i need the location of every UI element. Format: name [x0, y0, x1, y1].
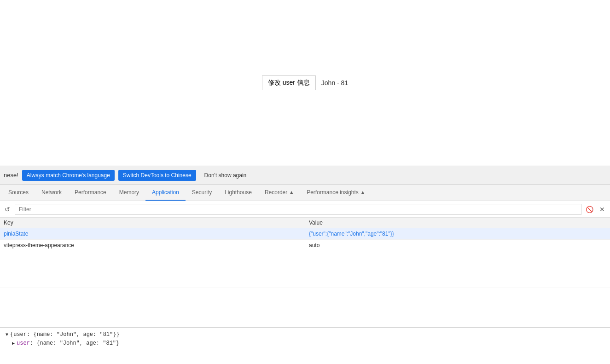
storage-table: Key Value piniaState {"user":{"name":"Jo…	[0, 218, 610, 288]
bottom-tree-panel: ▼ {user: {name: "John", age: "81"}} ▶ us…	[0, 327, 610, 364]
storage-table-container: Key Value piniaState {"user":{"name":"Jo…	[0, 218, 610, 327]
col-header-key: Key	[0, 218, 305, 228]
tab-recorder[interactable]: Recorder ▲	[258, 185, 300, 201]
row-key: piniaState	[0, 228, 305, 240]
recorder-icon: ▲	[289, 190, 294, 195]
tree-child-value: : {name: "John", age: "81"}	[30, 339, 119, 348]
table-header: Key Value	[0, 218, 610, 228]
table-row[interactable]: piniaState {"user":{"name":"John","age":…	[0, 228, 610, 240]
row-value: auto	[305, 240, 610, 251]
tab-performance[interactable]: Performance	[68, 185, 113, 201]
dont-show-again-button[interactable]: Don't show again	[200, 170, 251, 181]
row-key: vitepress-theme-appearance	[0, 240, 305, 251]
table-row[interactable]: vitepress-theme-appearance auto	[0, 240, 610, 251]
perf-insights-icon: ▲	[360, 190, 365, 195]
devtools-panel: Sources Network Performance Memory Appli…	[0, 184, 610, 364]
switch-chinese-button[interactable]: Switch DevTools to Chinese	[118, 170, 196, 181]
tab-sources[interactable]: Sources	[2, 185, 35, 201]
main-page: 修改 user 信息 John - 81	[0, 0, 610, 166]
filter-input[interactable]	[17, 204, 579, 214]
tab-lighthouse[interactable]: Lighthouse	[218, 185, 258, 201]
col-header-value: Value	[305, 218, 610, 228]
tree-child-key: user	[17, 339, 30, 348]
tab-security[interactable]: Security	[186, 185, 218, 201]
notification-prefix: nese!	[4, 172, 18, 179]
user-display-text: John - 81	[321, 79, 348, 87]
devtools-tabs: Sources Network Performance Memory Appli…	[0, 185, 610, 201]
notification-bar: nese! Always match Chrome's language Swi…	[0, 166, 610, 184]
tab-performance-insights[interactable]: Performance insights ▲	[300, 185, 372, 201]
tree-root-value: {user: {name: "John", age: "81"}}	[10, 330, 120, 339]
refresh-button[interactable]: ↺	[3, 205, 12, 214]
modify-user-button[interactable]: 修改 user 信息	[262, 75, 316, 90]
filter-row: ↺ 🚫 ✕	[0, 201, 610, 218]
row-value: {"user":{"name":"John","age":"81"}}	[305, 228, 610, 240]
tree-root-line: ▼ {user: {name: "John", age: "81"}}	[6, 330, 604, 339]
tree-expand-icon[interactable]: ▶	[12, 340, 15, 347]
tab-application[interactable]: Application	[145, 185, 186, 201]
tree-child-line: ▶ user : {name: "John", age: "81"}	[12, 339, 604, 348]
clear-filter-button[interactable]: 🚫	[584, 204, 594, 214]
table-row-empty	[0, 251, 610, 288]
close-filter-button[interactable]: ✕	[597, 204, 607, 214]
tab-memory[interactable]: Memory	[113, 185, 145, 201]
tab-network[interactable]: Network	[35, 185, 68, 201]
match-language-button[interactable]: Always match Chrome's language	[22, 170, 115, 181]
filter-area	[15, 204, 581, 215]
tree-collapse-icon[interactable]: ▼	[6, 331, 8, 339]
